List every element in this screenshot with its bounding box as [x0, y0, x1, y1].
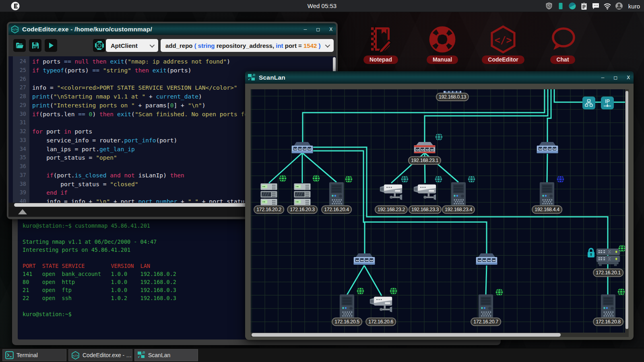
- desktop: Notepad Manual </> CodeEditor Chat kuro@…: [0, 0, 644, 362]
- line-number: 29: [20, 101, 26, 110]
- top-status-bar: Wed 05:53: [0, 0, 644, 12]
- maximize-button[interactable]: □: [316, 27, 320, 32]
- globe-green-icon: [279, 175, 287, 184]
- open-file-button[interactable]: [13, 39, 26, 52]
- map-vertical-scrollbar[interactable]: [625, 89, 629, 333]
- desktop-icon-notepad[interactable]: Notepad: [357, 25, 405, 64]
- switch-icon: [536, 142, 559, 155]
- taskbar-item-label: Terminal: [17, 352, 38, 358]
- minimize-button[interactable]: —: [601, 75, 605, 80]
- map-node-tower[interactable]: [451, 182, 466, 207]
- desktop-icon-chat[interactable]: Chat: [539, 25, 587, 64]
- node-ip-label: 172.16.20.7: [471, 318, 501, 326]
- scrollbar-thumb[interactable]: [252, 333, 561, 337]
- scanlan-titlebar[interactable]: ScanLan — □ X: [245, 71, 634, 84]
- map-node-switch[interactable]: [353, 253, 376, 268]
- expand-panel-arrow[interactable]: [18, 209, 27, 214]
- codeeditor-toolbar: AptClient add_repo ( string repository_a…: [8, 35, 336, 56]
- map-node-switch[interactable]: [536, 142, 559, 156]
- scrollbar-thumb[interactable]: [625, 91, 628, 329]
- phone-icon[interactable]: [557, 2, 565, 10]
- avatar-icon[interactable]: [615, 2, 623, 10]
- globe-green-icon: [357, 287, 364, 296]
- tower-icon: [329, 182, 344, 206]
- desktop-icon-manual[interactable]: Manual: [418, 25, 466, 64]
- map-node-camera[interactable]: [380, 184, 403, 202]
- notepad-icon: [367, 25, 394, 54]
- shield-check-icon[interactable]: [545, 2, 553, 10]
- node-ip-label: 192.168.23.3: [409, 206, 442, 214]
- codeeditor-icon: </>: [71, 351, 80, 360]
- map-node-rack3[interactable]: [260, 183, 278, 208]
- globe-teal-icon: [435, 175, 442, 185]
- scanlan-title: ScanLan: [259, 74, 285, 81]
- taskbar-item-label: CodeEditor.exe - …: [83, 352, 132, 358]
- node-ip-label: 192.168.23.2: [375, 206, 408, 214]
- chevron-down-icon: [325, 42, 330, 47]
- line-number: 39: [20, 188, 26, 197]
- lan-view-button[interactable]: [582, 97, 595, 109]
- desktop-icon-codeeditor[interactable]: </> CodeEditor: [479, 25, 527, 64]
- rack2-icon: [596, 249, 620, 267]
- play-icon: [48, 42, 54, 49]
- floppy-icon: [32, 42, 39, 49]
- svg-text:</>: </>: [494, 35, 512, 46]
- map-node-tower[interactable]: [339, 294, 355, 319]
- chat-bubble-icon[interactable]: [592, 2, 600, 10]
- taskbar: Terminal </> CodeEditor.exe - … ScanLan: [0, 348, 644, 362]
- taskbar-item-terminal[interactable]: Terminal: [2, 349, 66, 361]
- globe-teal-icon: [401, 175, 409, 185]
- ip-view-button[interactable]: IP: [601, 97, 614, 109]
- line-number: 31: [20, 118, 26, 127]
- globe-green-icon: [617, 288, 625, 297]
- map-node-rack2[interactable]: [596, 249, 620, 269]
- network-map[interactable]: 192.168.0.13192.168.23.1172.16.20.2172.1…: [251, 89, 625, 333]
- save-button[interactable]: [29, 39, 41, 52]
- globe-teal-icon: [468, 175, 475, 185]
- camera-icon: [413, 184, 437, 201]
- line-number: 37: [20, 171, 26, 180]
- tower-icon: [478, 294, 493, 318]
- wifi-icon[interactable]: [603, 2, 611, 10]
- help-button[interactable]: [93, 39, 105, 52]
- map-node-switch[interactable]: [475, 253, 498, 268]
- scanlan-icon: [137, 351, 145, 359]
- node-ip-label: 172.16.20.8: [593, 318, 623, 326]
- signature-dropdown[interactable]: add_repo ( string repository_address, in…: [161, 39, 334, 52]
- scanlan-network-icon: [248, 74, 256, 82]
- switch-icon: [353, 253, 376, 266]
- close-button[interactable]: X: [329, 27, 332, 32]
- map-node-tower[interactable]: [478, 294, 493, 319]
- lock-icon: [587, 247, 595, 260]
- node-ip-label: 172.16.20.3: [287, 206, 318, 214]
- globe-teal-icon: [435, 133, 443, 142]
- taskbar-item-codeeditor-exe-[interactable]: </> CodeEditor.exe - …: [68, 349, 132, 361]
- map-node-tower[interactable]: [329, 182, 344, 207]
- class-dropdown[interactable]: AptClient: [106, 39, 158, 52]
- svg-text:</>: </>: [12, 28, 18, 31]
- map-node-rack3[interactable]: [293, 183, 311, 208]
- globe-green-icon: [390, 287, 397, 296]
- line-number: 28: [20, 92, 26, 101]
- map-node-camera[interactable]: [413, 184, 437, 202]
- line-number: 24: [20, 57, 26, 66]
- map-node-switch[interactable]: [291, 142, 314, 156]
- node-ip-label: 172.16.20.2: [254, 206, 284, 214]
- code-gutter: 2425262728293031323334353637383940: [13, 56, 29, 203]
- desktop-icon-label: Manual: [427, 56, 458, 64]
- maximize-button[interactable]: □: [614, 75, 617, 80]
- taskbar-item-scanlan[interactable]: ScanLan: [134, 349, 198, 361]
- map-node-tower[interactable]: [601, 294, 616, 319]
- close-button[interactable]: X: [627, 75, 630, 80]
- node-ip-label: 192.168.23.4: [442, 206, 475, 214]
- map-node-router[interactable]: [413, 142, 436, 156]
- map-node-camera[interactable]: [369, 296, 393, 315]
- map-horizontal-scrollbar[interactable]: [251, 333, 629, 337]
- minimize-button[interactable]: —: [304, 27, 307, 32]
- line-number: 34: [20, 145, 26, 154]
- clipboard-icon[interactable]: [580, 2, 588, 10]
- map-node-tower[interactable]: [539, 182, 555, 207]
- codeeditor-titlebar[interactable]: </> CodeEditor.exe - /home/kuro/customnm…: [8, 23, 336, 35]
- run-button[interactable]: [45, 39, 57, 52]
- pie-circle-icon[interactable]: [568, 2, 576, 10]
